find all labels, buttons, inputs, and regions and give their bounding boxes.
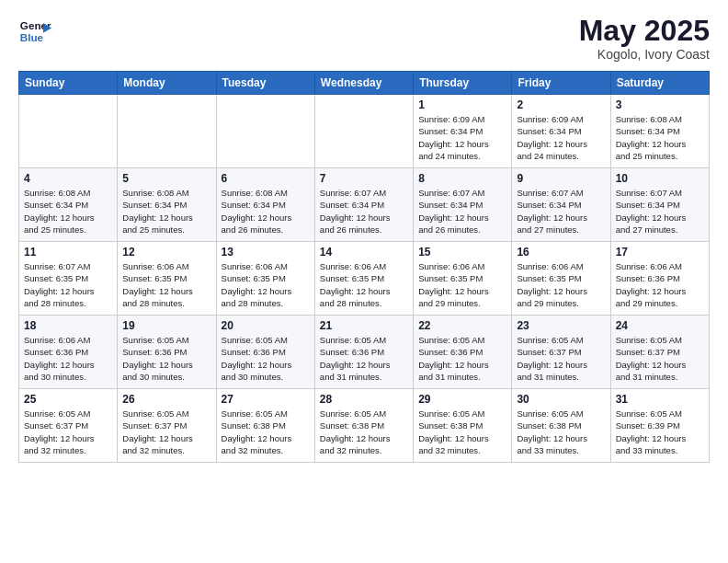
calendar-cell: 27Sunrise: 6:05 AM Sunset: 6:38 PM Dayli… (216, 389, 314, 463)
calendar-cell: 26Sunrise: 6:05 AM Sunset: 6:37 PM Dayli… (118, 389, 216, 463)
day-number: 11 (24, 246, 112, 259)
day-number: 7 (320, 172, 408, 185)
day-number: 14 (320, 246, 408, 259)
calendar-cell (314, 95, 413, 168)
day-number: 29 (418, 393, 506, 406)
calendar-cell: 8Sunrise: 6:07 AM Sunset: 6:34 PM Daylig… (414, 168, 512, 242)
day-info: Sunrise: 6:06 AM Sunset: 6:35 PM Dayligh… (122, 260, 210, 309)
day-number: 20 (222, 319, 310, 332)
day-number: 25 (24, 393, 112, 406)
calendar-cell (19, 95, 118, 168)
day-number: 31 (616, 393, 704, 406)
calendar-cell (216, 95, 314, 168)
svg-text:Blue: Blue (20, 31, 44, 43)
calendar-week-4: 18Sunrise: 6:06 AM Sunset: 6:36 PM Dayli… (19, 316, 710, 389)
day-number: 17 (616, 246, 704, 259)
calendar-header-row: SundayMondayTuesdayWednesdayThursdayFrid… (19, 72, 710, 95)
calendar-week-1: 1Sunrise: 6:09 AM Sunset: 6:34 PM Daylig… (19, 95, 710, 168)
calendar-cell: 29Sunrise: 6:05 AM Sunset: 6:38 PM Dayli… (414, 389, 512, 463)
day-info: Sunrise: 6:07 AM Sunset: 6:34 PM Dayligh… (517, 187, 605, 236)
day-number: 1 (418, 98, 506, 111)
day-number: 23 (517, 319, 605, 332)
title-block: May 2025 Kogolo, Ivory Coast (579, 15, 710, 62)
day-info: Sunrise: 6:05 AM Sunset: 6:36 PM Dayligh… (122, 334, 210, 383)
day-info: Sunrise: 6:05 AM Sunset: 6:36 PM Dayligh… (222, 334, 310, 383)
page: General Blue May 2025 Kogolo, Ivory Coas… (0, 0, 728, 481)
day-info: Sunrise: 6:06 AM Sunset: 6:35 PM Dayligh… (222, 260, 310, 309)
day-info: Sunrise: 6:07 AM Sunset: 6:34 PM Dayligh… (616, 187, 704, 236)
day-info: Sunrise: 6:05 AM Sunset: 6:37 PM Dayligh… (616, 334, 704, 383)
day-info: Sunrise: 6:08 AM Sunset: 6:34 PM Dayligh… (122, 187, 210, 236)
col-header-wednesday: Wednesday (314, 72, 413, 95)
col-header-friday: Friday (512, 72, 610, 95)
col-header-saturday: Saturday (610, 72, 709, 95)
calendar-cell: 3Sunrise: 6:08 AM Sunset: 6:34 PM Daylig… (610, 95, 709, 168)
calendar-cell: 12Sunrise: 6:06 AM Sunset: 6:35 PM Dayli… (118, 242, 216, 316)
day-info: Sunrise: 6:08 AM Sunset: 6:34 PM Dayligh… (616, 113, 704, 162)
calendar-cell: 11Sunrise: 6:07 AM Sunset: 6:35 PM Dayli… (19, 242, 118, 316)
calendar-cell: 25Sunrise: 6:05 AM Sunset: 6:37 PM Dayli… (19, 389, 118, 463)
calendar-cell: 31Sunrise: 6:05 AM Sunset: 6:39 PM Dayli… (610, 389, 709, 463)
day-info: Sunrise: 6:06 AM Sunset: 6:35 PM Dayligh… (418, 260, 506, 309)
calendar-cell: 30Sunrise: 6:05 AM Sunset: 6:38 PM Dayli… (512, 389, 610, 463)
calendar-cell: 10Sunrise: 6:07 AM Sunset: 6:34 PM Dayli… (610, 168, 709, 242)
day-info: Sunrise: 6:07 AM Sunset: 6:34 PM Dayligh… (320, 187, 408, 236)
day-info: Sunrise: 6:09 AM Sunset: 6:34 PM Dayligh… (517, 113, 605, 162)
day-info: Sunrise: 6:05 AM Sunset: 6:36 PM Dayligh… (418, 334, 506, 383)
calendar-cell: 24Sunrise: 6:05 AM Sunset: 6:37 PM Dayli… (610, 316, 709, 389)
day-info: Sunrise: 6:06 AM Sunset: 6:36 PM Dayligh… (616, 260, 704, 309)
day-number: 13 (222, 246, 310, 259)
day-number: 10 (616, 172, 704, 185)
month-year: May 2025 (579, 15, 710, 47)
day-number: 6 (222, 172, 310, 185)
day-number: 12 (122, 246, 210, 259)
calendar-week-5: 25Sunrise: 6:05 AM Sunset: 6:37 PM Dayli… (19, 389, 710, 463)
day-number: 26 (122, 393, 210, 406)
calendar-cell: 23Sunrise: 6:05 AM Sunset: 6:37 PM Dayli… (512, 316, 610, 389)
calendar-cell: 4Sunrise: 6:08 AM Sunset: 6:34 PM Daylig… (19, 168, 118, 242)
calendar-cell (118, 95, 216, 168)
calendar-week-3: 11Sunrise: 6:07 AM Sunset: 6:35 PM Dayli… (19, 242, 710, 316)
day-info: Sunrise: 6:05 AM Sunset: 6:37 PM Dayligh… (517, 334, 605, 383)
calendar-cell: 19Sunrise: 6:05 AM Sunset: 6:36 PM Dayli… (118, 316, 216, 389)
header: General Blue May 2025 Kogolo, Ivory Coas… (18, 15, 710, 62)
calendar-cell: 14Sunrise: 6:06 AM Sunset: 6:35 PM Dayli… (314, 242, 413, 316)
day-info: Sunrise: 6:05 AM Sunset: 6:39 PM Dayligh… (616, 408, 704, 456)
day-number: 18 (24, 319, 112, 332)
day-number: 5 (122, 172, 210, 185)
col-header-tuesday: Tuesday (216, 72, 314, 95)
col-header-monday: Monday (118, 72, 216, 95)
day-info: Sunrise: 6:08 AM Sunset: 6:34 PM Dayligh… (24, 187, 112, 236)
day-number: 22 (418, 319, 506, 332)
calendar-cell: 22Sunrise: 6:05 AM Sunset: 6:36 PM Dayli… (414, 316, 512, 389)
day-info: Sunrise: 6:05 AM Sunset: 6:36 PM Dayligh… (320, 334, 408, 383)
day-info: Sunrise: 6:06 AM Sunset: 6:36 PM Dayligh… (24, 334, 112, 383)
day-number: 4 (24, 172, 112, 185)
day-info: Sunrise: 6:06 AM Sunset: 6:35 PM Dayligh… (517, 260, 605, 309)
day-number: 9 (517, 172, 605, 185)
day-info: Sunrise: 6:05 AM Sunset: 6:37 PM Dayligh… (122, 408, 210, 456)
day-number: 15 (418, 246, 506, 259)
calendar-cell: 1Sunrise: 6:09 AM Sunset: 6:34 PM Daylig… (414, 95, 512, 168)
calendar-cell: 17Sunrise: 6:06 AM Sunset: 6:36 PM Dayli… (610, 242, 709, 316)
day-number: 24 (616, 319, 704, 332)
day-info: Sunrise: 6:09 AM Sunset: 6:34 PM Dayligh… (418, 113, 506, 162)
day-number: 30 (517, 393, 605, 406)
day-number: 27 (222, 393, 310, 406)
location: Kogolo, Ivory Coast (579, 47, 710, 62)
calendar-week-2: 4Sunrise: 6:08 AM Sunset: 6:34 PM Daylig… (19, 168, 710, 242)
calendar-cell: 2Sunrise: 6:09 AM Sunset: 6:34 PM Daylig… (512, 95, 610, 168)
calendar: SundayMondayTuesdayWednesdayThursdayFrid… (18, 71, 710, 463)
day-info: Sunrise: 6:05 AM Sunset: 6:38 PM Dayligh… (320, 408, 408, 456)
calendar-cell: 28Sunrise: 6:05 AM Sunset: 6:38 PM Dayli… (314, 389, 413, 463)
day-info: Sunrise: 6:06 AM Sunset: 6:35 PM Dayligh… (320, 260, 408, 309)
calendar-cell: 15Sunrise: 6:06 AM Sunset: 6:35 PM Dayli… (414, 242, 512, 316)
calendar-cell: 20Sunrise: 6:05 AM Sunset: 6:36 PM Dayli… (216, 316, 314, 389)
logo-icon: General Blue (18, 15, 51, 48)
calendar-cell: 5Sunrise: 6:08 AM Sunset: 6:34 PM Daylig… (118, 168, 216, 242)
day-number: 2 (517, 98, 605, 111)
day-number: 16 (517, 246, 605, 259)
col-header-thursday: Thursday (414, 72, 512, 95)
day-number: 28 (320, 393, 408, 406)
col-header-sunday: Sunday (19, 72, 118, 95)
